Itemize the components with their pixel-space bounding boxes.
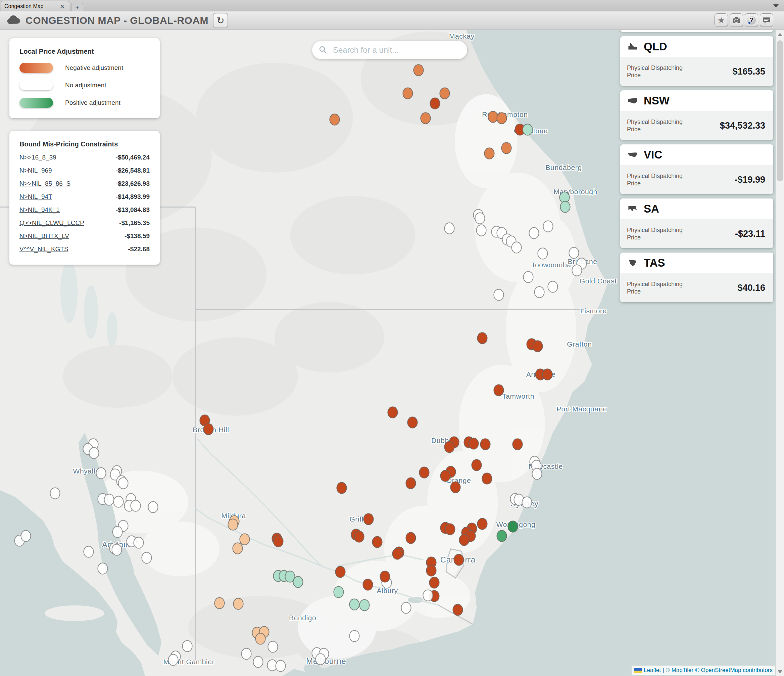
unit-dot-neutral[interactable] [241,648,251,660]
favorite-button[interactable]: ★ [714,13,728,27]
unit-dot-negative-strong[interactable] [380,571,390,583]
unit-dot-neutral[interactable] [83,546,93,558]
unit-dot-neutral[interactable] [444,223,454,234]
unit-dot-negative-strong[interactable] [406,478,416,489]
unit-dot-negative[interactable] [497,112,507,124]
search-input[interactable] [332,45,460,55]
scroll-up-icon[interactable] [777,33,782,36]
unit-dot-neutral[interactable] [113,496,123,508]
refresh-button[interactable]: ↻ [213,13,228,28]
unit-dot-neutral[interactable] [148,501,158,513]
constraint-link[interactable]: N>>NIL_85_86_S [19,180,70,187]
unit-dot-neutral[interactable] [512,241,522,253]
unit-dot-negative-light[interactable] [233,598,244,609]
unit-dot-negative-light[interactable] [215,597,225,609]
constraint-link[interactable]: Q>>NIL_CLWU_LCCP [19,219,84,227]
unit-dot-neutral[interactable] [98,562,108,574]
unit-dot-negative-strong[interactable] [426,564,436,576]
unit-dot-negative-strong[interactable] [453,604,463,615]
maptiler-link[interactable]: © MapTiler [666,667,694,674]
region-card-vic[interactable]: VICPhysical Dispatching Price-$19.99 [620,145,773,194]
unit-dot-negative-strong[interactable] [429,577,440,589]
unit-dot-neutral[interactable] [275,660,286,671]
unit-dot-positive-light[interactable] [292,576,303,588]
vertical-scrollbar[interactable] [776,30,784,676]
unit-dot-neutral[interactable] [534,286,545,298]
unit-dot-negative-strong[interactable] [335,566,345,578]
unit-dot-negative-strong[interactable] [204,424,214,435]
unit-dot-negative[interactable] [501,142,512,154]
tab-close-icon[interactable]: ✕ [59,3,65,10]
unit-dot-negative[interactable] [420,112,431,124]
unit-dot-neutral[interactable] [349,630,359,642]
unit-dot-negative-strong[interactable] [406,532,416,544]
unit-dot-positive-light[interactable] [334,586,344,598]
unit-dot-negative-strong[interactable] [512,438,523,450]
unit-dot-neutral[interactable] [569,247,579,259]
region-card-sa[interactable]: SAPhysical Dispatching Price-$23.11 [620,198,773,248]
region-card-qld[interactable]: QLDPhysical Dispatching Price$165.35 [620,36,773,86]
unit-dot-negative-strong[interactable] [387,407,398,418]
region-card-nsw[interactable]: NSWPhysical Dispatching Price$34,532.33 [620,90,773,140]
unit-dot-negative[interactable] [439,87,450,99]
unit-dot-negative-strong[interactable] [533,340,543,352]
unit-dot-negative-strong[interactable] [542,369,552,380]
unit-dot-negative[interactable] [414,64,424,76]
unit-dot-negative-strong[interactable] [445,523,455,535]
unit-dot-negative-strong[interactable] [453,554,464,565]
unit-dot-neutral[interactable] [548,281,558,293]
unit-dot-negative-strong[interactable] [337,482,347,494]
unit-dot-positive-light[interactable] [359,599,370,611]
unit-dot-neutral[interactable] [523,271,534,283]
unit-dot-neutral[interactable] [182,640,193,652]
unit-dot-neutral[interactable] [493,289,504,301]
unit-dot-positive[interactable] [497,530,507,542]
osm-link[interactable]: © OpenStreetMap contributors [695,667,773,674]
unit-dot-neutral[interactable] [96,467,106,479]
unit-dot-negative-strong[interactable] [480,438,490,450]
tab-congestion-map[interactable]: Congestion Map ✕ [1,1,69,11]
unit-dot-neutral[interactable] [253,656,263,668]
help-button[interactable]: ? [745,13,758,27]
unit-dot-neutral[interactable] [141,552,152,564]
unit-dot-positive-light[interactable] [523,124,533,136]
screenshot-button[interactable] [730,13,743,27]
unit-dot-negative-strong[interactable] [273,536,284,547]
constraint-link[interactable]: V^^V_NIL_KGTS [19,246,68,253]
unit-dot-negative-strong[interactable] [468,438,479,449]
unit-dot-negative-strong[interactable] [440,470,450,482]
unit-dot-negative-strong[interactable] [407,417,417,428]
unit-dot-neutral[interactable] [521,496,532,508]
unit-dot-negative-light[interactable] [232,542,243,554]
unit-dot-neutral[interactable] [529,227,539,239]
unit-dot-negative-strong[interactable] [430,97,440,109]
unit-dot-negative-strong[interactable] [444,441,454,453]
unit-dot-negative-strong[interactable] [363,513,373,525]
constraint-link[interactable]: N>>16_8_39 [19,154,56,161]
unit-dot-negative-light[interactable] [227,519,238,531]
unit-dot-neutral[interactable] [89,447,100,459]
unit-dot-neutral[interactable] [50,488,60,499]
unit-dot-neutral[interactable] [572,265,582,276]
unit-dot-negative[interactable] [330,114,340,126]
unit-dot-negative[interactable] [402,87,413,99]
unit-dot-neutral[interactable] [532,468,542,480]
unit-dot-negative-strong[interactable] [477,332,487,344]
unit-dot-neutral[interactable] [21,530,31,542]
unit-dot-neutral[interactable] [134,537,144,549]
unit-dot-negative-strong[interactable] [392,548,403,559]
constraint-link[interactable]: N>NIL_94K_1 [19,206,60,213]
unit-dot-negative-strong[interactable] [450,481,461,493]
unit-dot-negative-strong[interactable] [482,473,492,484]
unit-dot-neutral[interactable] [537,248,548,259]
tab-list-caret-icon[interactable] [773,5,779,8]
leaflet-link[interactable]: Leaflet [644,667,661,674]
unit-dot-neutral[interactable] [474,213,485,224]
constraint-link[interactable]: N>NIL_BHTX_LV [19,232,69,240]
unit-dot-neutral[interactable] [112,526,123,538]
unit-dot-neutral[interactable] [112,544,122,555]
unit-dot-neutral[interactable] [316,653,326,665]
unit-dot-negative-light[interactable] [255,633,266,645]
unit-dot-neutral[interactable] [543,221,553,232]
unit-dot-neutral[interactable] [131,500,141,511]
